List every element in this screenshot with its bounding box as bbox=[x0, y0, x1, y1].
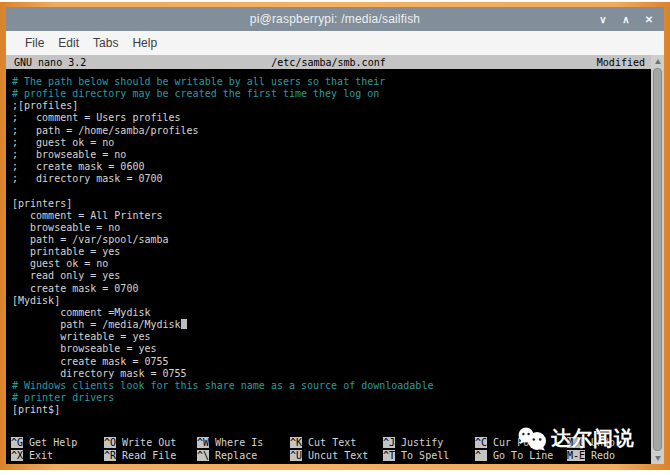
shortcut-justify: ^JJustify bbox=[383, 436, 475, 449]
shortcut-key: ^C bbox=[475, 437, 487, 448]
editor-line: comment = All Printers bbox=[12, 210, 651, 222]
editor-line: ; path = /home/samba/profiles bbox=[12, 125, 651, 137]
editor-line-text: ;[profiles] bbox=[12, 100, 78, 111]
shortcut-to-spell: ^TTo Spell bbox=[383, 449, 475, 462]
shortcut-key: ^\ bbox=[197, 450, 209, 461]
shortcut-uncut-text: ^UUncut Text bbox=[290, 449, 383, 462]
shortcut-key: ^R bbox=[104, 450, 116, 461]
editor-line-text: create mask = 0755 bbox=[12, 356, 169, 367]
editor-line: [printers] bbox=[12, 198, 651, 210]
shortcut-label: Cur Pos bbox=[493, 437, 535, 448]
shortcut-key: ^G bbox=[11, 437, 23, 448]
shortcut-label: Uncut Text bbox=[308, 450, 368, 461]
menu-item-edit[interactable]: Edit bbox=[51, 34, 86, 52]
shortcut-key: M-U bbox=[567, 437, 585, 448]
editor-line: writeable = yes bbox=[12, 331, 651, 343]
editor-line bbox=[12, 185, 651, 197]
editor-line: create mask = 0700 bbox=[12, 283, 651, 295]
shortcut-label: To Spell bbox=[401, 450, 449, 461]
shortcut-label: Replace bbox=[215, 450, 257, 461]
shortcut-read-file: ^RRead File bbox=[104, 449, 197, 462]
scrollbar-thumb[interactable] bbox=[653, 68, 662, 451]
shortcut-undo: M-UUndo bbox=[567, 436, 651, 449]
shortcut-key: ^J bbox=[383, 437, 395, 448]
editor-line-text: read only = yes bbox=[12, 270, 120, 281]
editor-line: ;[profiles] bbox=[12, 100, 651, 112]
editor-line-text: ; path = /home/samba/profiles bbox=[12, 125, 199, 136]
shortcut-label: Get Help bbox=[29, 437, 77, 448]
editor-line-text: [print$] bbox=[12, 404, 60, 415]
shortcut-exit: ^XExit bbox=[11, 449, 104, 462]
editor-line-text: ; guest ok = no bbox=[12, 137, 114, 148]
shortcut-key: ^W bbox=[197, 437, 209, 448]
editor-line: ; browseable = no bbox=[12, 149, 651, 161]
editor-line: ; guest ok = no bbox=[12, 137, 651, 149]
nano-modified-status: Modified bbox=[597, 57, 651, 68]
shortcut-key: ^K bbox=[290, 437, 302, 448]
editor-line-text: # Windows clients look for this share na… bbox=[12, 380, 433, 391]
shortcut-replace: ^\Replace bbox=[197, 449, 290, 462]
shortcut-cut-text: ^KCut Text bbox=[290, 436, 383, 449]
close-button[interactable]: ✕ bbox=[642, 14, 656, 25]
terminal-area[interactable]: GNU nano 3.2 /etc/samba/smb.conf Modifie… bbox=[6, 55, 664, 464]
nano-header-bar: GNU nano 3.2 /etc/samba/smb.conf Modifie… bbox=[6, 55, 651, 69]
editor-line: comment =Mydisk bbox=[12, 307, 651, 319]
editor-line-text: path = /media/Mydisk bbox=[12, 319, 181, 330]
editor-line-text: path = /var/spool/samba bbox=[12, 234, 169, 245]
shortcut-row1: ^GGet Help^OWrite Out^WWhere Is^KCut Tex… bbox=[6, 436, 651, 449]
terminal-scrollbar[interactable] bbox=[651, 55, 664, 464]
maximize-button[interactable]: ∧ bbox=[619, 14, 633, 25]
shortcut-label: Go To Line bbox=[493, 450, 553, 461]
scroll-down-button[interactable] bbox=[651, 452, 664, 464]
editor-line: path = /var/spool/samba bbox=[12, 234, 651, 246]
editor-line: # printer drivers bbox=[12, 392, 651, 404]
editor-line-text: directory mask = 0755 bbox=[12, 368, 187, 379]
editor-line: [print$] bbox=[12, 404, 651, 416]
shortcut-label: Write Out bbox=[122, 437, 176, 448]
terminal-viewport: GNU nano 3.2 /etc/samba/smb.conf Modifie… bbox=[6, 55, 651, 464]
window-titlebar[interactable]: pi@raspberrypi: /media/sailfish ∨ ∧ ✕ bbox=[6, 7, 664, 31]
minimize-button[interactable]: ∨ bbox=[596, 14, 610, 25]
shortcut-key: ^U bbox=[290, 450, 302, 461]
menu-item-tabs[interactable]: Tabs bbox=[86, 34, 125, 52]
shortcut-label: Undo bbox=[591, 437, 615, 448]
editor-line-text: browseable = no bbox=[12, 222, 120, 233]
scroll-up-button[interactable] bbox=[651, 55, 664, 67]
shortcut-label: Justify bbox=[401, 437, 443, 448]
editor-line-text: comment = All Printers bbox=[12, 210, 163, 221]
editor-line: create mask = 0755 bbox=[12, 356, 651, 368]
editor-line: path = /media/Mydisk bbox=[12, 319, 651, 331]
editor-line: directory mask = 0755 bbox=[12, 368, 651, 380]
shortcut-label: Cut Text bbox=[308, 437, 356, 448]
menu-item-help[interactable]: Help bbox=[125, 34, 164, 52]
editor-line-text: # profile directory may be created the f… bbox=[12, 88, 379, 99]
shortcut-write-out: ^OWrite Out bbox=[104, 436, 197, 449]
editor-line-text: [Mydisk] bbox=[12, 295, 60, 306]
shortcut-redo: M-ERedo bbox=[567, 449, 651, 462]
editor-line: printable = yes bbox=[12, 246, 651, 258]
editor-line-text: ; comment = Users profiles bbox=[12, 112, 181, 123]
window-title: pi@raspberrypi: /media/sailfish bbox=[250, 12, 420, 26]
editor-line: ; create mask = 0600 bbox=[12, 161, 651, 173]
shortcut-go-to-line: ^_Go To Line bbox=[475, 449, 567, 462]
menu-item-file[interactable]: File bbox=[18, 34, 51, 52]
nano-shortcut-bar: ^GGet Help^OWrite Out^WWhere Is^KCut Tex… bbox=[6, 436, 651, 462]
editor-line-text: ; browseable = no bbox=[12, 149, 126, 160]
editor-line-text: comment =Mydisk bbox=[12, 307, 150, 318]
editor-line-text: create mask = 0700 bbox=[12, 283, 138, 294]
editor-line: ; directory mask = 0700 bbox=[12, 173, 651, 185]
editor-line-text: [printers] bbox=[12, 198, 72, 209]
shortcut-row2: ^XExit^RRead File^\Replace^UUncut Text^T… bbox=[6, 449, 651, 462]
down-arrow-icon bbox=[655, 456, 661, 461]
editor-line: browseable = yes bbox=[12, 343, 651, 355]
editor-line: browseable = no bbox=[12, 222, 651, 234]
editor-line: # Windows clients look for this share na… bbox=[12, 380, 651, 392]
shortcut-key: ^X bbox=[11, 450, 23, 461]
editor-line: [Mydisk] bbox=[12, 295, 651, 307]
text-cursor bbox=[181, 319, 187, 329]
editor-line-text: # The path below should be writable by a… bbox=[12, 76, 385, 87]
editor-content: # The path below should be writable by a… bbox=[6, 69, 651, 416]
shortcut-label: Where Is bbox=[215, 437, 263, 448]
shortcut-label: Exit bbox=[29, 450, 53, 461]
shortcut-key: ^_ bbox=[475, 450, 487, 461]
